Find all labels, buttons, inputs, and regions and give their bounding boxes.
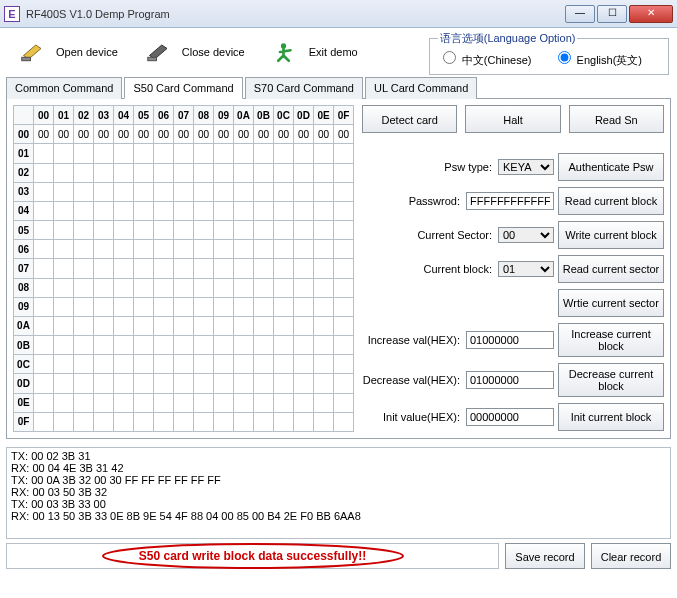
- hex-cell[interactable]: [194, 355, 214, 374]
- hex-cell[interactable]: [174, 355, 194, 374]
- hex-cell[interactable]: [274, 278, 294, 297]
- hex-cell[interactable]: [134, 221, 154, 240]
- hex-cell[interactable]: [174, 297, 194, 316]
- hex-cell[interactable]: [314, 182, 334, 201]
- hex-cell[interactable]: [154, 355, 174, 374]
- hex-cell[interactable]: [194, 297, 214, 316]
- hex-cell[interactable]: [154, 412, 174, 431]
- hex-cell[interactable]: [334, 144, 354, 163]
- hex-cell[interactable]: [334, 221, 354, 240]
- hex-cell[interactable]: [154, 144, 174, 163]
- hex-cell[interactable]: [274, 259, 294, 278]
- hex-cell[interactable]: [134, 355, 154, 374]
- hex-cell[interactable]: [314, 412, 334, 431]
- hex-cell[interactable]: [294, 297, 314, 316]
- hex-cell[interactable]: 00: [74, 125, 94, 144]
- maximize-button[interactable]: ☐: [597, 5, 627, 23]
- hex-cell[interactable]: [214, 201, 234, 220]
- hex-cell[interactable]: [54, 412, 74, 431]
- hex-cell[interactable]: [234, 393, 254, 412]
- hex-cell[interactable]: [94, 355, 114, 374]
- hex-cell[interactable]: [34, 393, 54, 412]
- hex-cell[interactable]: [274, 182, 294, 201]
- hex-cell[interactable]: [334, 316, 354, 335]
- hex-cell[interactable]: [74, 278, 94, 297]
- hex-cell[interactable]: [94, 278, 114, 297]
- hex-cell[interactable]: [314, 240, 334, 259]
- hex-cell[interactable]: [234, 240, 254, 259]
- hex-cell[interactable]: [94, 259, 114, 278]
- hex-cell[interactable]: [274, 240, 294, 259]
- hex-cell[interactable]: [54, 240, 74, 259]
- hex-cell[interactable]: [214, 240, 234, 259]
- hex-cell[interactable]: [54, 278, 74, 297]
- hex-cell[interactable]: [74, 393, 94, 412]
- hex-cell[interactable]: [74, 297, 94, 316]
- hex-cell[interactable]: [234, 278, 254, 297]
- hex-cell[interactable]: [234, 221, 254, 240]
- hex-cell[interactable]: [54, 316, 74, 335]
- hex-cell[interactable]: [254, 221, 274, 240]
- hex-cell[interactable]: 00: [314, 125, 334, 144]
- hex-cell[interactable]: [74, 221, 94, 240]
- hex-cell[interactable]: [114, 221, 134, 240]
- clear-record-button[interactable]: Clear record: [591, 543, 671, 569]
- hex-cell[interactable]: [254, 412, 274, 431]
- hex-cell[interactable]: [54, 182, 74, 201]
- hex-cell[interactable]: [214, 297, 234, 316]
- hex-cell[interactable]: [214, 221, 234, 240]
- tab-common-command[interactable]: Common Command: [6, 77, 122, 99]
- halt-button[interactable]: Halt: [465, 105, 560, 133]
- hex-cell[interactable]: [74, 355, 94, 374]
- hex-cell[interactable]: [134, 336, 154, 355]
- hex-cell[interactable]: [134, 278, 154, 297]
- hex-cell[interactable]: [54, 297, 74, 316]
- hex-cell[interactable]: [294, 412, 314, 431]
- hex-cell[interactable]: [194, 182, 214, 201]
- hex-cell[interactable]: [74, 163, 94, 182]
- hex-cell[interactable]: [154, 221, 174, 240]
- hex-cell[interactable]: 00: [114, 125, 134, 144]
- hex-cell[interactable]: [154, 182, 174, 201]
- hex-cell[interactable]: [294, 393, 314, 412]
- hex-cell[interactable]: [214, 144, 234, 163]
- hex-cell[interactable]: [274, 355, 294, 374]
- hex-cell[interactable]: 00: [34, 125, 54, 144]
- hex-cell[interactable]: [254, 316, 274, 335]
- write-current-block-button[interactable]: Write current block: [558, 221, 664, 249]
- open-device-button[interactable]: Open device: [6, 37, 132, 67]
- hex-cell[interactable]: [154, 201, 174, 220]
- init-current-block-button[interactable]: Init current block: [558, 403, 664, 431]
- hex-cell[interactable]: [34, 297, 54, 316]
- hex-cell[interactable]: [234, 201, 254, 220]
- hex-cell[interactable]: [314, 278, 334, 297]
- hex-cell[interactable]: 00: [174, 125, 194, 144]
- hex-cell[interactable]: 00: [214, 125, 234, 144]
- hex-cell[interactable]: [114, 316, 134, 335]
- hex-cell[interactable]: [294, 163, 314, 182]
- decrease-current-block-button[interactable]: Decrease current block: [558, 363, 664, 397]
- hex-cell[interactable]: [314, 316, 334, 335]
- hex-cell[interactable]: [34, 374, 54, 393]
- hex-cell[interactable]: [214, 163, 234, 182]
- hex-cell[interactable]: 00: [134, 125, 154, 144]
- decrease-val-input[interactable]: [466, 371, 554, 389]
- hex-cell[interactable]: [234, 316, 254, 335]
- hex-cell[interactable]: [234, 259, 254, 278]
- hex-cell[interactable]: [334, 240, 354, 259]
- read-sn-button[interactable]: Read Sn: [569, 105, 664, 133]
- detect-card-button[interactable]: Detect card: [362, 105, 457, 133]
- hex-cell[interactable]: [134, 201, 154, 220]
- hex-cell[interactable]: [54, 163, 74, 182]
- hex-cell[interactable]: [194, 144, 214, 163]
- hex-cell[interactable]: [194, 278, 214, 297]
- psw-type-select[interactable]: KEYA: [498, 159, 554, 175]
- hex-cell[interactable]: [254, 259, 274, 278]
- hex-cell[interactable]: 00: [154, 125, 174, 144]
- hex-cell[interactable]: [214, 316, 234, 335]
- hex-cell[interactable]: [274, 412, 294, 431]
- hex-cell[interactable]: [294, 144, 314, 163]
- hex-cell[interactable]: 00: [274, 125, 294, 144]
- radio-english[interactable]: English(英文): [553, 54, 642, 66]
- hex-cell[interactable]: [234, 374, 254, 393]
